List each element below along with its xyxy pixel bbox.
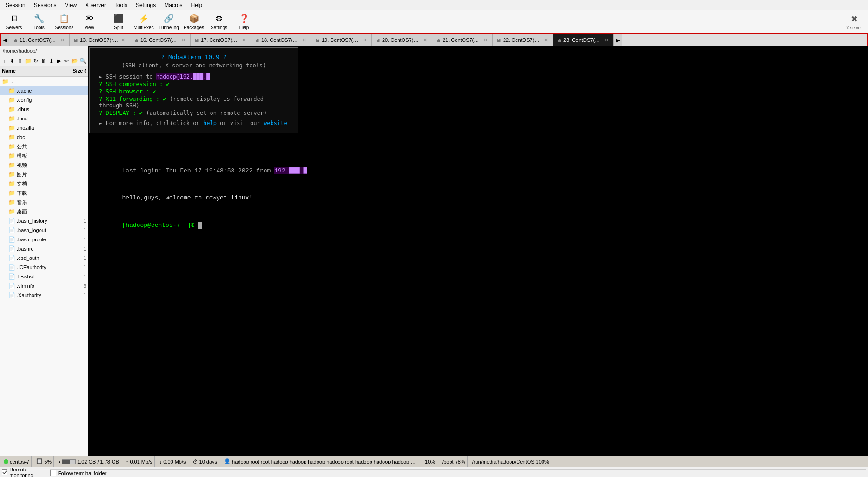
tab-13[interactable]: 🖥 13. CentOS7(root) ✕ xyxy=(70,34,130,46)
status-boot: /boot 78% xyxy=(440,456,468,467)
toolbar-split[interactable]: ⬛ Split xyxy=(106,12,131,32)
menu-macros[interactable]: Macros xyxy=(160,1,186,9)
file-item[interactable]: 📄.bash_logout1 xyxy=(0,225,88,235)
sidebar-new-folder-btn[interactable]: 📁 xyxy=(24,56,32,66)
sidebar-properties-btn[interactable]: ℹ xyxy=(48,56,55,66)
file-item[interactable]: 📄.bashrc1 xyxy=(0,244,88,253)
col-size: Size ( xyxy=(69,66,88,76)
tab-11[interactable]: 🖥 11. CentOS7(hado... ✕ xyxy=(9,34,70,46)
file-name: 图片 xyxy=(17,171,72,178)
file-item[interactable]: 📁.local xyxy=(0,114,88,123)
tab-22-close[interactable]: ✕ xyxy=(543,37,549,44)
file-item[interactable]: 📁.mozilla xyxy=(0,123,88,132)
file-item[interactable]: 📁.dbus xyxy=(0,105,88,114)
file-item[interactable]: 📁doc xyxy=(0,132,88,142)
tab-16-close[interactable]: ✕ xyxy=(180,37,186,44)
toolbar-view[interactable]: 👁 View xyxy=(77,12,101,32)
menu-sessions[interactable]: Sessions xyxy=(30,1,60,9)
tab-13-close[interactable]: ✕ xyxy=(120,37,126,44)
tab-21[interactable]: 🖥 21. CentOS7(hado... ✕ xyxy=(432,34,493,46)
file-item[interactable]: 📁图片 xyxy=(0,170,88,179)
status-upload: ↑ 0.01 Mb/s xyxy=(124,456,155,467)
menu-view[interactable]: View xyxy=(61,1,80,9)
menu-xserver[interactable]: X server xyxy=(81,1,110,9)
tab-18[interactable]: 🖥 18. CentOS7(hado... ✕ xyxy=(251,34,311,46)
tab-nav-right[interactable]: ▶ xyxy=(614,34,622,46)
disk-bar xyxy=(62,459,76,464)
tab-17[interactable]: 🖥 17. CentOS7(hado... ✕ xyxy=(191,34,251,46)
welcome-box: ? MobaXterm 10.9 ? (SSH client, X-server… xyxy=(89,47,298,133)
toolbar-tools[interactable]: 🔧 Tools xyxy=(27,12,51,32)
toolbar-multiexec[interactable]: ⚡ MultiExec xyxy=(132,12,156,32)
file-item[interactable]: 📄.bash_profile1 xyxy=(0,235,88,244)
terminal[interactable]: ? MobaXterm 10.9 ? (SSH client, X-server… xyxy=(88,46,868,456)
sidebar-up-btn[interactable]: ↑ xyxy=(1,56,8,66)
file-name: .esd_auth xyxy=(17,255,72,261)
sidebar-edit-btn[interactable]: ✏ xyxy=(63,56,71,66)
file-item[interactable]: 📁.. xyxy=(0,77,88,86)
file-name: 公共 xyxy=(17,143,72,150)
tab-19[interactable]: 🖥 19. CentOS7(hado... ✕ xyxy=(311,34,372,46)
file-item[interactable]: 📁.config xyxy=(0,95,88,105)
file-name: .dbus xyxy=(17,106,72,112)
folder-icon: 📁 xyxy=(2,78,9,85)
toolbar-help[interactable]: ❓ Help xyxy=(232,12,256,32)
terminal-output: Last login: Thu Feb 17 19:48:58 2022 fro… xyxy=(88,153,868,243)
servers-icon: 🖥 xyxy=(8,13,20,24)
toolbar-packages[interactable]: 📦 Packages xyxy=(182,12,206,32)
help-link[interactable]: help xyxy=(203,120,217,126)
tab-21-close[interactable]: ✕ xyxy=(483,37,489,44)
sidebar-delete-btn[interactable]: 🗑 xyxy=(40,56,47,66)
toolbar-sessions[interactable]: 📋 Sessions xyxy=(52,12,76,32)
sessions-icon: 📋 xyxy=(59,13,70,24)
file-item[interactable]: 📄.viminfo3 xyxy=(0,281,88,291)
sidebar-refresh-btn[interactable]: ↻ xyxy=(33,56,40,66)
tab-22[interactable]: 🖥 22. CentOS7(hado... ✕ xyxy=(493,34,553,46)
tab-16[interactable]: 🖥 16. CentOS7(hado... ✕ xyxy=(130,34,191,46)
menu-session[interactable]: Session xyxy=(2,1,29,9)
sidebar-run-btn[interactable]: ▶ xyxy=(55,56,63,66)
sidebar-download-btn[interactable]: ⬇ xyxy=(9,56,16,66)
menu-help[interactable]: Help xyxy=(187,1,206,9)
file-item[interactable]: 📄.bash_history1 xyxy=(0,216,88,225)
status-cpu: 🔲 5% xyxy=(34,456,54,467)
file-item[interactable]: 📁文档 xyxy=(0,179,88,188)
file-item[interactable]: 📁音乐 xyxy=(0,198,88,207)
file-item[interactable]: 📁桌面 xyxy=(0,207,88,216)
remote-monitoring-label[interactable]: Remote monitoring xyxy=(2,467,50,477)
tab-23-close[interactable]: ✕ xyxy=(603,37,610,44)
file-item[interactable]: 📄.lesshst1 xyxy=(0,272,88,281)
toolbar-tunneling[interactable]: 🔗 Tunneling xyxy=(157,12,181,32)
tab-18-close[interactable]: ✕ xyxy=(301,37,307,44)
menu-tools[interactable]: Tools xyxy=(111,1,131,9)
tab-20-close[interactable]: ✕ xyxy=(422,37,428,44)
sidebar-open-btn[interactable]: 📂 xyxy=(71,56,79,66)
tab-20[interactable]: 🖥 20. CentOS7(hado... ✕ xyxy=(372,34,432,46)
toolbar-servers[interactable]: 🖥 Servers xyxy=(2,12,26,32)
file-item[interactable]: 📄.ICEauthority1 xyxy=(0,263,88,272)
file-name: .bash_logout xyxy=(17,227,72,233)
follow-terminal-checkbox[interactable] xyxy=(50,470,56,476)
file-item[interactable]: 📁模板 xyxy=(0,151,88,160)
file-item[interactable]: 📁下载 xyxy=(0,188,88,198)
website-link[interactable]: website xyxy=(264,120,287,126)
view-icon: 👁 xyxy=(84,13,95,24)
tab-nav-left[interactable]: ◀ xyxy=(1,33,9,46)
tab-23[interactable]: 🖥 23. CentOS7(hado... ✕ xyxy=(553,34,614,46)
sidebar-search-btn[interactable]: 🔍 xyxy=(79,56,87,66)
toolbar-xserver[interactable]: ✖ X server xyxy=(842,12,866,32)
file-item[interactable]: 📁.cache xyxy=(0,86,88,95)
file-item[interactable]: 📄.Xauthority1 xyxy=(0,291,88,300)
follow-terminal-label[interactable]: Follow terminal folder xyxy=(50,470,107,476)
status-zoom: 10% xyxy=(423,456,437,467)
menu-settings[interactable]: Settings xyxy=(132,1,159,9)
file-item[interactable]: 📁视频 xyxy=(0,160,88,170)
remote-monitoring-checkbox[interactable] xyxy=(2,469,7,475)
sidebar-upload-btn[interactable]: ⬆ xyxy=(16,56,24,66)
toolbar-settings[interactable]: ⚙ Settings xyxy=(207,12,231,32)
tab-19-close[interactable]: ✕ xyxy=(362,37,368,44)
tab-11-close[interactable]: ✕ xyxy=(60,37,66,44)
file-item[interactable]: 📄.esd_auth1 xyxy=(0,253,88,263)
file-item[interactable]: 📁公共 xyxy=(0,142,88,151)
tab-17-close[interactable]: ✕ xyxy=(241,37,247,44)
